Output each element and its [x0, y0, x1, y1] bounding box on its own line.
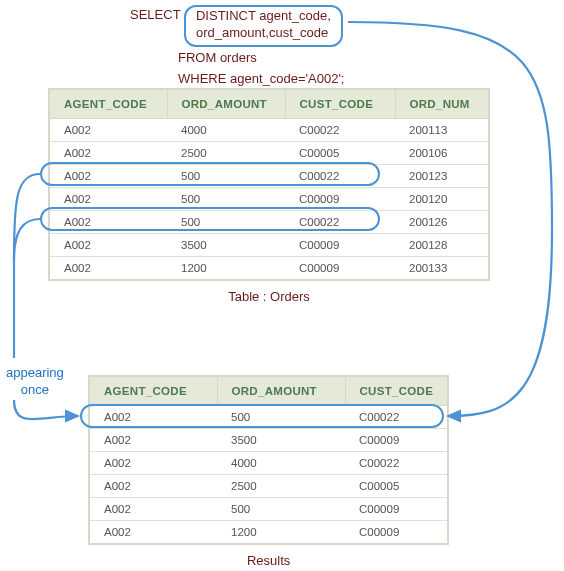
table-cell: 200128 — [395, 234, 489, 257]
table-row: A0022500C00005200106 — [49, 142, 489, 165]
table-row: A0023500C00009 — [89, 429, 448, 452]
distinct-line2: ord_amount,cust_code — [196, 25, 328, 40]
table-cell: A002 — [49, 142, 167, 165]
table-cell: 3500 — [217, 429, 345, 452]
table-row: A002500C00022200126 — [49, 211, 489, 234]
table-cell: 200120 — [395, 188, 489, 211]
sql-select-line: SELECT DISTINCT agent_code, ord_amount,c… — [130, 5, 344, 47]
column-header: ORD_AMOUNT — [167, 89, 285, 119]
table-cell: A002 — [89, 406, 217, 429]
appearing-once-text: appearing once — [6, 365, 64, 397]
table-cell: 500 — [217, 498, 345, 521]
table-row: A002500C00022 — [89, 406, 448, 429]
table-cell: 200113 — [395, 119, 489, 142]
table-cell: A002 — [89, 452, 217, 475]
table-row: A0024000C00022 — [89, 452, 448, 475]
column-header: ORD_NUM — [395, 89, 489, 119]
table-cell: C00009 — [285, 188, 395, 211]
table-cell: C00009 — [345, 498, 448, 521]
table-cell: 200123 — [395, 165, 489, 188]
table-cell: A002 — [49, 119, 167, 142]
table-cell: C00005 — [345, 475, 448, 498]
table-cell: 1200 — [167, 257, 285, 281]
table-cell: C00022 — [285, 119, 395, 142]
orders-table-container: AGENT_CODEORD_AMOUNTCUST_CODEORD_NUM A00… — [48, 88, 490, 304]
table-cell: 2500 — [167, 142, 285, 165]
table-cell: C00005 — [285, 142, 395, 165]
table-cell: C00022 — [345, 452, 448, 475]
arrow-once-to-result — [14, 400, 78, 419]
table-row: A0022500C00005 — [89, 475, 448, 498]
orders-table: AGENT_CODEORD_AMOUNTCUST_CODEORD_NUM A00… — [48, 88, 490, 281]
table-cell: A002 — [89, 429, 217, 452]
table-cell: 4000 — [167, 119, 285, 142]
table-cell: 500 — [167, 211, 285, 234]
table-cell: A002 — [49, 211, 167, 234]
table-cell: 500 — [167, 165, 285, 188]
table-cell: 500 — [217, 406, 345, 429]
distinct-column-list: DISTINCT agent_code, ord_amount,cust_cod… — [184, 5, 343, 47]
column-header: CUST_CODE — [345, 376, 448, 406]
table-row: A002500C00022200123 — [49, 165, 489, 188]
table-cell: A002 — [49, 188, 167, 211]
results-caption: Results — [88, 553, 449, 568]
table-cell: C00009 — [285, 257, 395, 281]
table-cell: A002 — [49, 165, 167, 188]
table-cell: A002 — [49, 234, 167, 257]
table-row: A0023500C00009200128 — [49, 234, 489, 257]
table-cell: A002 — [89, 498, 217, 521]
select-keyword: SELECT — [130, 7, 180, 22]
arrow-orders-to-once-2 — [14, 219, 40, 260]
table-cell: A002 — [49, 257, 167, 281]
table-row: A0024000C00022200113 — [49, 119, 489, 142]
table-cell: C00009 — [345, 429, 448, 452]
results-table: AGENT_CODEORD_AMOUNTCUST_CODE A002500C00… — [88, 375, 449, 545]
table-row: A002500C00009 — [89, 498, 448, 521]
sql-from-line: FROM orders — [178, 48, 344, 69]
table-cell: 4000 — [217, 452, 345, 475]
column-header: CUST_CODE — [285, 89, 395, 119]
table-cell: 1200 — [217, 521, 345, 545]
table-cell: 3500 — [167, 234, 285, 257]
table-cell: C00022 — [285, 165, 395, 188]
table-row: A002500C00009200120 — [49, 188, 489, 211]
sql-query: SELECT DISTINCT agent_code, ord_amount,c… — [130, 5, 344, 89]
appearing-once-label: appearing once — [6, 365, 64, 399]
column-header: ORD_AMOUNT — [217, 376, 345, 406]
table-row: A0021200C00009200133 — [49, 257, 489, 281]
table-cell: A002 — [89, 521, 217, 545]
table-cell: 200126 — [395, 211, 489, 234]
table-cell: 200106 — [395, 142, 489, 165]
table-cell: 500 — [167, 188, 285, 211]
column-header: AGENT_CODE — [89, 376, 217, 406]
table-cell: 2500 — [217, 475, 345, 498]
sql-where-line: WHERE agent_code='A002'; — [178, 69, 344, 90]
table-cell: C00009 — [285, 234, 395, 257]
table-cell: C00009 — [345, 521, 448, 545]
table-cell: C00022 — [285, 211, 395, 234]
column-header: AGENT_CODE — [49, 89, 167, 119]
results-table-container: AGENT_CODEORD_AMOUNTCUST_CODE A002500C00… — [88, 375, 449, 568]
orders-caption: Table : Orders — [48, 289, 490, 304]
table-cell: C00022 — [345, 406, 448, 429]
arrow-orders-to-once-1 — [14, 174, 40, 260]
distinct-line1: DISTINCT agent_code, — [196, 8, 331, 23]
table-row: A0021200C00009 — [89, 521, 448, 545]
table-cell: A002 — [89, 475, 217, 498]
table-cell: 200133 — [395, 257, 489, 281]
